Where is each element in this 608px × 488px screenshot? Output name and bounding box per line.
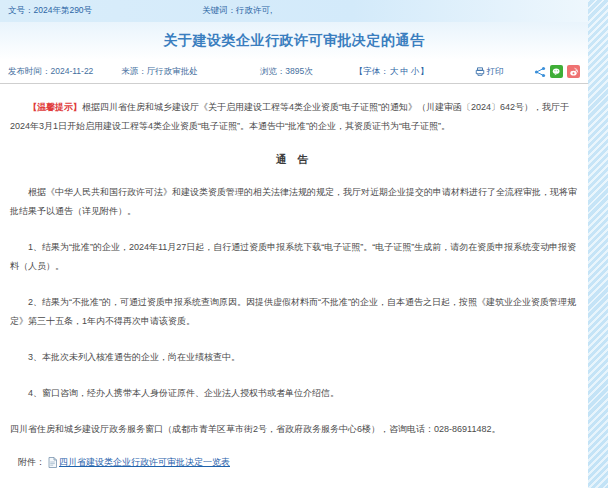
- tip-prefix: 【温馨提示】: [28, 102, 82, 112]
- doc-number-value: 2024年第290号: [34, 5, 93, 15]
- paragraph-intro: 根据《中华人民共和国行政许可法》和建设类资质管理的相关法律法规的规定，我厅对近期…: [10, 183, 578, 221]
- doc-number-label: 文号：: [8, 5, 34, 15]
- print-label: 打印: [487, 66, 504, 78]
- info-bar: 发布时间：2024-11-22 来源：厅行政审批处 浏览：3895次 【字体：大…: [0, 60, 588, 84]
- paragraph-contact: 四川省住房和城乡建设厅政务服务窗口（成都市青羊区草市街2号，省政府政务服务中心6…: [10, 420, 578, 439]
- font-close-bracket: 】: [420, 66, 429, 76]
- keywords: 关键词：行政许可,: [202, 5, 272, 17]
- right-background-strip: [588, 0, 608, 488]
- tip-text: 根据四川省住房和城乡建设厅《关于启用建设工程等4类企业资质“电子证照”的通知》（…: [10, 102, 569, 131]
- views-value: 3895次: [285, 66, 312, 76]
- notice-heading: 通 告: [10, 153, 578, 167]
- announcement-page: 文号：2024年第290号 关键词：行政许可, 关于建设类企业行政许可审批决定的…: [0, 0, 608, 488]
- paragraph-item-3: 3、本批次未列入核准通告的企业，尚在业绩核查中。: [10, 348, 578, 367]
- page-title: 关于建设类企业行政许可审批决定的通告: [164, 32, 425, 50]
- wechat-share-icon[interactable]: [550, 65, 563, 78]
- font-open-bracket: 【字体：: [355, 66, 389, 76]
- view-count: 浏览：3895次: [260, 66, 313, 78]
- source-label: 来源：: [121, 66, 147, 76]
- paragraph-item-4: 4、窗口咨询，经办人携带本人身份证原件、企业法人授权书或者单位介绍信。: [10, 384, 578, 403]
- print-button[interactable]: 打印: [475, 66, 504, 78]
- printer-icon: [475, 67, 485, 77]
- font-size-control: 【字体：大中小】: [355, 66, 429, 78]
- share-icon[interactable]: [533, 65, 546, 78]
- content-area: 文号：2024年第290号 关键词：行政许可, 关于建设类企业行政许可审批决定的…: [0, 0, 588, 488]
- font-size-medium-button[interactable]: 中: [400, 66, 409, 76]
- meta-bar: 文号：2024年第290号 关键词：行政许可,: [0, 0, 588, 22]
- attachment-label: 附件：: [18, 456, 45, 469]
- publish-date: 2024-11-22: [51, 66, 94, 76]
- source: 来源：厅行政审批处: [121, 66, 198, 78]
- publish-label: 发布时间：: [8, 66, 51, 76]
- font-size-small-button[interactable]: 小: [411, 66, 420, 76]
- source-value: 厅行政审批处: [147, 66, 198, 76]
- weibo-share-icon[interactable]: [567, 65, 580, 78]
- font-size-large-button[interactable]: 大: [390, 66, 399, 76]
- publish-time: 发布时间：2024-11-22: [8, 66, 93, 78]
- keywords-value: 行政许可,: [236, 5, 272, 15]
- share-group: [533, 65, 580, 78]
- keywords-label: 关键词：: [202, 5, 236, 15]
- attachment-row: 附件： 四川省建设类企业行政许可审批决定一览表: [0, 456, 588, 469]
- attachment-link[interactable]: 四川省建设类企业行政许可审批决定一览表: [59, 456, 230, 469]
- doc-number: 文号：2024年第290号: [8, 5, 92, 17]
- paragraph-item-2: 2、结果为“不批准”的，可通过资质申报系统查询原因。因提供虚假材料而“不批准”的…: [10, 293, 578, 331]
- tip-paragraph: 【温馨提示】根据四川省住房和城乡建设厅《关于启用建设工程等4类企业资质“电子证照…: [10, 98, 578, 136]
- attachment-file-icon[interactable]: [48, 457, 57, 468]
- views-label: 浏览：: [260, 66, 286, 76]
- paragraph-item-1: 1、结果为“批准”的企业，2024年11月27日起，自行通过资质申报系统下载“电…: [10, 238, 578, 276]
- document-body: 【温馨提示】根据四川省住房和城乡建设厅《关于启用建设工程等4类企业资质“电子证照…: [0, 84, 588, 439]
- title-band: 关于建设类企业行政许可审批决定的通告: [0, 22, 588, 60]
